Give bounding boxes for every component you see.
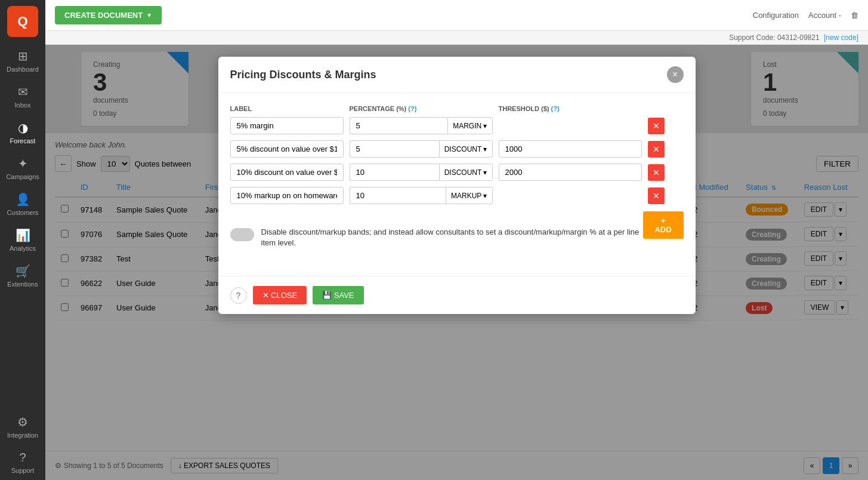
close-modal-button[interactable]: ✕ CLOSE xyxy=(253,286,307,304)
percentage-input-1[interactable] xyxy=(350,117,448,134)
label-col-header: LABEL xyxy=(230,105,344,112)
discount-row-4: MARKUP ▾ ✕ xyxy=(230,187,684,204)
sidebar-item-analytics[interactable]: 📊 Analytics xyxy=(0,222,45,258)
extensions-icon: 🛒 xyxy=(16,264,30,278)
main-area: CREATE DOCUMENT ▼ Configuration Account … xyxy=(45,0,868,480)
delete-row-1-button[interactable]: ✕ xyxy=(648,118,665,134)
threshold-input-3[interactable] xyxy=(499,164,642,181)
threshold-input-2[interactable] xyxy=(499,140,642,158)
percentage-input-4[interactable] xyxy=(350,187,446,204)
sidebar-item-customers[interactable]: 👤 Customers xyxy=(0,186,45,222)
threshold-help-icon[interactable]: (?) xyxy=(551,105,560,112)
campaigns-icon: ✦ xyxy=(18,156,28,171)
sidebar-item-label: Customers xyxy=(7,209,38,216)
top-bar-right: Configuration Account - 🗑 xyxy=(753,11,858,20)
toggle-text: Disable discount/markup bands; and inste… xyxy=(261,227,643,248)
toggle-section: Disable discount/markup bands; and inste… xyxy=(230,221,643,254)
sidebar-item-label: Dashboard xyxy=(7,66,39,73)
label-input-4[interactable] xyxy=(230,187,344,204)
modal-close-button[interactable]: × xyxy=(667,66,684,83)
help-button[interactable]: ? xyxy=(230,287,247,304)
dropdown-arrow-icon: ▼ xyxy=(146,12,152,19)
modal-footer: ? ✕ CLOSE 💾 SAVE xyxy=(218,276,696,314)
sidebar-item-forecast[interactable]: ◑ Forecast xyxy=(0,115,45,150)
sidebar-item-label: Campaigns xyxy=(6,173,39,180)
support-icon: ? xyxy=(19,451,26,464)
modal-title: Pricing Discounts & Margins xyxy=(230,69,376,81)
discount-row-2: DISCOUNT ▾ ✕ xyxy=(230,140,684,158)
modal-header: Pricing Discounts & Margins × xyxy=(218,57,696,93)
label-input-2[interactable] xyxy=(230,140,344,158)
sidebar-item-support[interactable]: ? Support xyxy=(0,445,45,480)
percentage-col-header: PERCENTAGE (%) (?) xyxy=(350,105,493,112)
modal-body: LABEL PERCENTAGE (%) (?) THRESHOLD ($) (… xyxy=(218,93,696,276)
new-code-link[interactable]: [new code] xyxy=(824,33,858,42)
dashboard-icon: ⊞ xyxy=(18,49,28,63)
delete-row-4-button[interactable]: ✕ xyxy=(648,187,665,204)
content-area: Creating 3 documents 0 today Lost 1 docu… xyxy=(45,45,868,480)
percentage-help-icon[interactable]: (?) xyxy=(408,105,416,112)
inbox-icon: ✉ xyxy=(18,85,28,99)
add-row-button[interactable]: + ADD xyxy=(643,211,684,239)
sidebar-item-label: Support xyxy=(11,467,35,474)
top-bar: CREATE DOCUMENT ▼ Configuration Account … xyxy=(45,0,868,31)
forecast-icon: ◑ xyxy=(18,121,28,135)
save-modal-button[interactable]: 💾 SAVE xyxy=(313,286,363,304)
type-select-group-1: MARGIN ▾ xyxy=(350,117,493,134)
customers-icon: 👤 xyxy=(16,192,30,207)
sidebar-item-label: Integration xyxy=(7,432,38,439)
sidebar-item-inbox[interactable]: ✉ Inbox xyxy=(0,79,45,115)
type-dropdown-2[interactable]: DISCOUNT ▾ xyxy=(439,140,493,158)
type-select-group-3: DISCOUNT ▾ xyxy=(350,164,493,181)
discount-row-1: MARGIN ▾ ✕ xyxy=(230,117,684,134)
sidebar-item-label: Inbox xyxy=(15,101,31,109)
pricing-modal: Pricing Discounts & Margins × LABEL PERC… xyxy=(218,57,696,314)
sidebar-item-label: Analytics xyxy=(10,245,36,252)
percentage-input-3[interactable] xyxy=(350,164,439,181)
toggle-switch[interactable] xyxy=(230,228,254,241)
modal-overlay: Pricing Discounts & Margins × LABEL PERC… xyxy=(45,45,868,480)
discount-row-3: DISCOUNT ▾ ✕ xyxy=(230,164,684,181)
configuration-menu[interactable]: Configuration xyxy=(753,11,799,20)
label-input-3[interactable] xyxy=(230,164,344,181)
sidebar-item-label: Forecast xyxy=(10,137,36,144)
type-dropdown-3[interactable]: DISCOUNT ▾ xyxy=(439,164,493,181)
sidebar-item-campaigns[interactable]: ✦ Campaigns xyxy=(0,150,45,186)
support-code-text: Support Code: 04312-09821 xyxy=(729,33,819,42)
percentage-input-2[interactable] xyxy=(350,140,439,158)
integration-icon: ⚙ xyxy=(17,415,28,429)
label-input-1[interactable] xyxy=(230,117,344,134)
type-select-group-4: MARKUP ▾ xyxy=(350,187,493,204)
trash-icon[interactable]: 🗑 xyxy=(851,11,858,20)
app-logo[interactable]: Q xyxy=(7,6,38,37)
type-select-group-2: DISCOUNT ▾ xyxy=(350,140,493,158)
delete-row-3-button[interactable]: ✕ xyxy=(648,164,665,181)
analytics-icon: 📊 xyxy=(16,228,30,242)
sidebar-item-integration[interactable]: ⚙ Integration xyxy=(0,409,45,445)
type-dropdown-1[interactable]: MARGIN ▾ xyxy=(447,117,492,134)
sidebar-item-dashboard[interactable]: ⊞ Dashboard xyxy=(0,43,45,79)
account-menu[interactable]: Account - xyxy=(808,11,841,20)
form-grid-header: LABEL PERCENTAGE (%) (?) THRESHOLD ($) (… xyxy=(230,105,684,112)
create-document-button[interactable]: CREATE DOCUMENT ▼ xyxy=(55,6,162,24)
delete-row-2-button[interactable]: ✕ xyxy=(648,141,665,158)
type-dropdown-4[interactable]: MARKUP ▾ xyxy=(446,187,492,204)
sidebar-item-label: Extentions xyxy=(7,281,38,288)
sidebar-item-extensions[interactable]: 🛒 Extentions xyxy=(0,258,45,294)
threshold-col-header: THRESHOLD ($) (?) xyxy=(499,105,642,112)
sidebar: Q ⊞ Dashboard ✉ Inbox ◑ Forecast ✦ Campa… xyxy=(0,0,45,480)
